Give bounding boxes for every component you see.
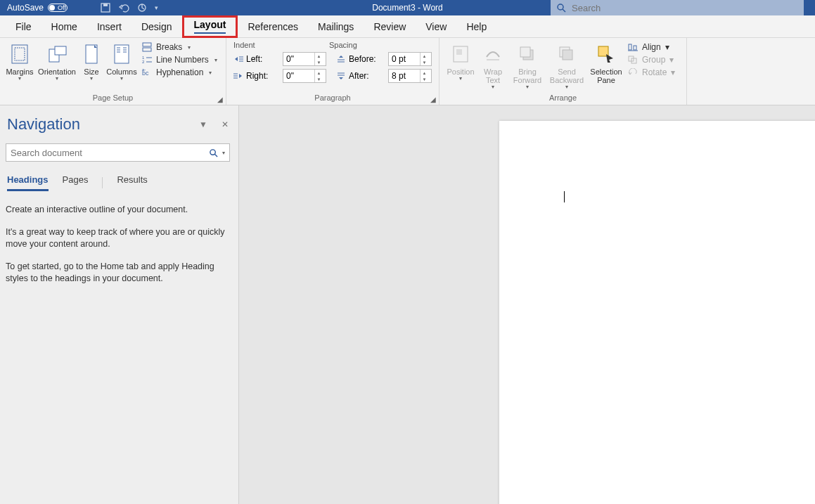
orientation-button[interactable]: Orientation ▾ xyxy=(35,41,79,83)
send-backward-button: Send Backward▾ xyxy=(546,41,587,91)
size-button[interactable]: Size ▾ xyxy=(79,41,104,83)
svg-rect-44 xyxy=(634,46,636,50)
group-label-paragraph: Paragraph xyxy=(231,93,435,103)
indent-right-icon xyxy=(233,72,243,80)
svg-text:a-: a- xyxy=(142,67,146,72)
tab-view[interactable]: View xyxy=(416,15,456,38)
selection-pane-button[interactable]: Selection Pane xyxy=(587,41,625,86)
indent-right-label: Right: xyxy=(246,71,280,81)
chevron-down-icon: ▾ xyxy=(665,42,669,52)
rotate-label: Rotate xyxy=(642,67,667,77)
spinner-up-icon[interactable]: ▲ xyxy=(421,70,428,76)
svg-point-48 xyxy=(210,149,215,154)
position-button: Position▾ xyxy=(444,41,477,83)
undo-icon[interactable] xyxy=(118,3,129,13)
qat-customize-icon[interactable]: ▾ xyxy=(155,4,158,11)
svg-rect-6 xyxy=(15,48,25,60)
tab-references[interactable]: References xyxy=(238,15,308,38)
nav-menu-button[interactable]: ▼ xyxy=(199,119,207,129)
rotate-button: Rotate▾ xyxy=(625,67,678,77)
quick-access-toolbar: ▾ xyxy=(100,2,158,13)
svg-line-49 xyxy=(214,154,217,157)
spacing-before-input[interactable]: ▲▼ xyxy=(388,52,432,66)
orientation-icon xyxy=(37,42,77,66)
spacing-after-field[interactable] xyxy=(389,71,420,81)
hyphenation-button[interactable]: bca- Hyphenation ▾ xyxy=(139,67,220,77)
spacing-after-icon xyxy=(336,72,346,80)
breaks-button[interactable]: Breaks ▾ xyxy=(139,42,220,52)
dialog-launcher-paragraph[interactable]: ◢ xyxy=(430,96,436,103)
bring-forward-label: Bring Forward xyxy=(513,67,541,84)
chevron-down-icon[interactable]: ▾ xyxy=(222,150,225,156)
breaks-icon xyxy=(142,42,152,52)
tab-home[interactable]: Home xyxy=(41,15,87,38)
search-icon xyxy=(556,3,566,13)
group-paragraph: Indent Spacing Left: ▲▼ Before: ▲▼ Right… xyxy=(226,38,439,105)
nav-tab-separator xyxy=(102,177,103,188)
tab-design[interactable]: Design xyxy=(131,15,182,38)
align-button[interactable]: Align▾ xyxy=(625,42,678,52)
margins-button[interactable]: Margins ▾ xyxy=(4,41,35,83)
indent-right-input[interactable]: ▲▼ xyxy=(283,69,326,83)
spacing-after-input[interactable]: ▲▼ xyxy=(388,69,432,83)
search-box[interactable] xyxy=(551,0,804,15)
tab-file[interactable]: File xyxy=(6,15,41,38)
nav-tab-headings[interactable]: Headings xyxy=(7,174,49,191)
text-cursor xyxy=(564,191,565,202)
group-button: Group▾ xyxy=(625,55,678,65)
svg-rect-1 xyxy=(103,4,108,6)
search-document-box[interactable]: ▾ xyxy=(6,143,230,162)
dialog-launcher-page-setup[interactable]: ◢ xyxy=(217,96,223,103)
navigation-pane: Navigation ▼ ✕ ▾ Headings Pages Results … xyxy=(0,105,239,504)
chevron-down-icon: ▾ xyxy=(669,55,674,65)
nav-close-button[interactable]: ✕ xyxy=(222,119,229,129)
autosave-toggle[interactable]: AutoSave Off xyxy=(7,3,80,13)
svg-text:2: 2 xyxy=(142,60,145,64)
ribbon-tabs: File Home Insert Design Layout Reference… xyxy=(0,15,815,38)
spinner-down-icon[interactable]: ▼ xyxy=(315,59,323,65)
navigation-title: Navigation xyxy=(7,115,80,134)
indent-right-field[interactable] xyxy=(283,71,314,81)
spacing-before-field[interactable] xyxy=(389,54,420,64)
svg-rect-36 xyxy=(456,49,462,55)
search-document-input[interactable] xyxy=(11,148,206,158)
columns-button[interactable]: Columns ▾ xyxy=(104,41,139,83)
spinner-up-icon[interactable]: ▲ xyxy=(421,53,428,59)
spinner-down-icon[interactable]: ▼ xyxy=(315,76,323,82)
send-backward-label: Send Backward xyxy=(550,67,584,84)
spinner-down-icon[interactable]: ▼ xyxy=(421,76,428,82)
indent-left-label: Left: xyxy=(246,54,280,64)
hyphenation-label: Hyphenation xyxy=(156,67,203,77)
tab-review[interactable]: Review xyxy=(364,15,416,38)
svg-line-4 xyxy=(563,9,565,12)
svg-point-3 xyxy=(558,4,563,10)
save-icon[interactable] xyxy=(100,2,111,13)
wrap-text-icon xyxy=(479,42,507,66)
position-icon xyxy=(445,42,476,66)
redo-icon[interactable] xyxy=(136,3,148,13)
columns-icon xyxy=(105,42,138,66)
indent-header: Indent xyxy=(233,41,325,49)
spinner-up-icon[interactable]: ▲ xyxy=(315,53,323,59)
nav-help-p2: It's a great way to keep track of where … xyxy=(6,226,227,251)
chevron-down-icon: ▾ xyxy=(188,44,191,51)
indent-left-input[interactable]: ▲▼ xyxy=(283,52,326,66)
spinner-up-icon[interactable]: ▲ xyxy=(315,70,323,76)
spinner-down-icon[interactable]: ▼ xyxy=(421,59,428,65)
tab-mailings[interactable]: Mailings xyxy=(308,15,364,38)
document-page[interactable] xyxy=(499,121,815,504)
search-icon[interactable] xyxy=(209,148,218,157)
chevron-down-icon: ▾ xyxy=(671,67,675,77)
line-numbers-button[interactable]: 12 Line Numbers ▾ xyxy=(139,55,220,65)
chevron-down-icon: ▾ xyxy=(6,76,34,82)
tab-layout[interactable]: Layout xyxy=(182,15,238,38)
tab-insert[interactable]: Insert xyxy=(87,15,131,38)
nav-tab-pages[interactable]: Pages xyxy=(63,174,89,191)
search-input[interactable] xyxy=(572,3,798,13)
tab-help[interactable]: Help xyxy=(456,15,496,38)
line-numbers-icon: 12 xyxy=(142,55,152,65)
autosave-state: Off xyxy=(58,4,66,11)
document-area[interactable] xyxy=(239,105,815,504)
indent-left-field[interactable] xyxy=(283,54,314,64)
nav-tab-results[interactable]: Results xyxy=(117,174,147,191)
